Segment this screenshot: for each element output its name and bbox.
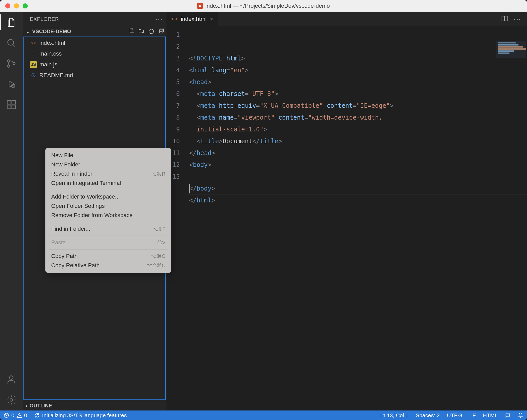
context-menu-item[interactable]: Remove Folder from Workspace (46, 211, 171, 220)
split-editor-icon[interactable] (501, 15, 508, 23)
editor-more-icon[interactable]: ··· (514, 15, 521, 23)
file-item[interactable]: <>index.html (24, 38, 165, 48)
svg-rect-5 (7, 101, 11, 104)
notifications-icon[interactable] (514, 410, 527, 420)
language-mode-status[interactable]: HTML (479, 410, 501, 420)
refresh-icon[interactable] (148, 28, 155, 35)
collapse-all-icon[interactable] (158, 28, 164, 35)
tab-index-html[interactable]: <> index.html × (166, 12, 218, 26)
js-file-icon: JS (30, 61, 37, 68)
line-number: 4 (166, 64, 180, 76)
close-tab-icon[interactable]: × (210, 15, 213, 23)
extensions-activity-icon[interactable] (5, 99, 17, 111)
minimize-window-button[interactable] (14, 3, 19, 8)
chevron-right-icon: › (26, 403, 28, 408)
cursor-position-status[interactable]: Ln 13, Col 1 (376, 410, 412, 420)
editor-actions: ··· (495, 12, 527, 26)
window-title: ◆ index.html — ~/Projects/SimpleDev/vsco… (197, 3, 330, 9)
menu-item-label: Open Folder Settings (51, 203, 105, 209)
line-number: 9 (166, 123, 180, 135)
explorer-more-icon[interactable]: ··· (155, 15, 163, 23)
context-menu-item[interactable]: New Folder (46, 160, 171, 169)
context-menu-item[interactable]: Reveal in Finder⌥⌘R (46, 169, 171, 178)
explorer-context-menu[interactable]: New FileNew FolderReveal in Finder⌥⌘ROpe… (45, 148, 171, 273)
explorer-header: EXPLORER ··· (23, 12, 166, 26)
eol-status[interactable]: LF (466, 410, 479, 420)
css-file-icon: # (30, 50, 37, 57)
svg-rect-7 (12, 105, 15, 109)
menu-item-label: New File (51, 152, 73, 159)
accounts-activity-icon[interactable] (5, 373, 17, 385)
problems-status[interactable]: 0 0 (0, 410, 31, 420)
svg-point-2 (7, 65, 10, 67)
indentation-status[interactable]: Spaces: 2 (412, 410, 443, 420)
error-icon (4, 413, 9, 418)
svg-rect-8 (12, 101, 15, 104)
zoom-window-button[interactable] (23, 3, 28, 8)
window-title-text: index.html — ~/Projects/SimpleDev/vscode… (205, 3, 330, 9)
file-item[interactable]: #main.css (24, 48, 165, 59)
warning-icon (16, 413, 22, 418)
svg-point-1 (7, 60, 10, 62)
editor-body[interactable]: 12345678910111213 <!DOCTYPE html> <html … (166, 26, 527, 410)
context-menu-item[interactable]: Open Folder Settings (46, 201, 171, 211)
search-activity-icon[interactable] (5, 37, 17, 49)
file-name: main.js (39, 61, 57, 68)
menu-item-label: Reveal in Finder (51, 171, 92, 177)
status-bar: 0 0 Initializing JS/TS language features… (0, 410, 527, 420)
line-number: 1 (166, 29, 180, 41)
svg-point-9 (10, 376, 13, 379)
outline-section-header[interactable]: › OUTLINE (23, 401, 166, 410)
line-number: 5 (166, 76, 180, 88)
close-window-button[interactable] (5, 3, 10, 8)
explorer-activity-icon[interactable] (5, 16, 17, 28)
line-number: 10 (166, 135, 180, 147)
file-item[interactable]: ⓘREADME.md (24, 70, 165, 81)
new-folder-icon[interactable] (138, 28, 145, 35)
svg-point-0 (8, 39, 14, 45)
context-menu-item[interactable]: Open in Integrated Terminal (46, 178, 171, 188)
line-number: 8 (166, 112, 180, 123)
menu-item-label: Find in Folder... (51, 226, 90, 232)
menu-item-label: Add Folder to Workspace... (51, 193, 120, 200)
menu-separator (49, 190, 168, 190)
chevron-down-icon: ⌄ (26, 28, 30, 34)
svg-point-10 (10, 399, 13, 401)
menu-item-shortcut: ⌥⌘C (151, 253, 165, 259)
context-menu-item[interactable]: Add Folder to Workspace... (46, 192, 171, 201)
background-task-status[interactable]: Initializing JS/TS language features (31, 410, 130, 420)
settings-activity-icon[interactable] (5, 394, 17, 406)
encoding-status[interactable]: UTF-8 (443, 410, 466, 420)
editor-tabbar: <> index.html × ··· (166, 12, 527, 26)
run-debug-activity-icon[interactable] (5, 78, 17, 90)
menu-separator (49, 249, 168, 249)
line-number: 3 (166, 52, 180, 64)
feedback-icon[interactable] (501, 410, 514, 420)
menu-item-label: Paste (51, 239, 66, 246)
line-number: 7 (166, 100, 180, 112)
context-menu-item: Paste⌘V (46, 238, 171, 247)
folder-header[interactable]: ⌄ VSCODE-DEMO (23, 26, 166, 37)
menu-item-label: Open in Integrated Terminal (51, 180, 121, 186)
traffic-lights (5, 3, 28, 8)
context-menu-item[interactable]: Find in Folder...⌥⇧F (46, 224, 171, 234)
menu-item-label: Remove Folder from Workspace (51, 212, 133, 219)
source-control-activity-icon[interactable] (5, 58, 17, 69)
new-file-icon[interactable] (128, 28, 135, 35)
svg-rect-6 (7, 105, 11, 109)
context-menu-item[interactable]: New File (46, 151, 171, 160)
menu-item-label: New Folder (51, 161, 80, 168)
menu-separator (49, 236, 168, 236)
code-content[interactable]: <!DOCTYPE html> <html lang="en"> <head> … (187, 26, 527, 410)
file-name: README.md (39, 72, 73, 79)
background-task-text: Initializing JS/TS language features (42, 412, 127, 418)
file-name: main.css (39, 50, 62, 57)
context-menu-item[interactable]: Copy Relative Path⌥⇧⌘C (46, 261, 171, 270)
line-number: 6 (166, 88, 180, 100)
tab-label: index.html (181, 16, 207, 22)
context-menu-item[interactable]: Copy Path⌥⌘C (46, 252, 171, 261)
file-item[interactable]: JSmain.js (24, 59, 165, 70)
vscode-window: ◆ index.html — ~/Projects/SimpleDev/vsco… (0, 0, 527, 420)
menu-item-shortcut: ⌥⇧F (152, 226, 165, 232)
mac-titlebar: ◆ index.html — ~/Projects/SimpleDev/vsco… (0, 0, 527, 12)
